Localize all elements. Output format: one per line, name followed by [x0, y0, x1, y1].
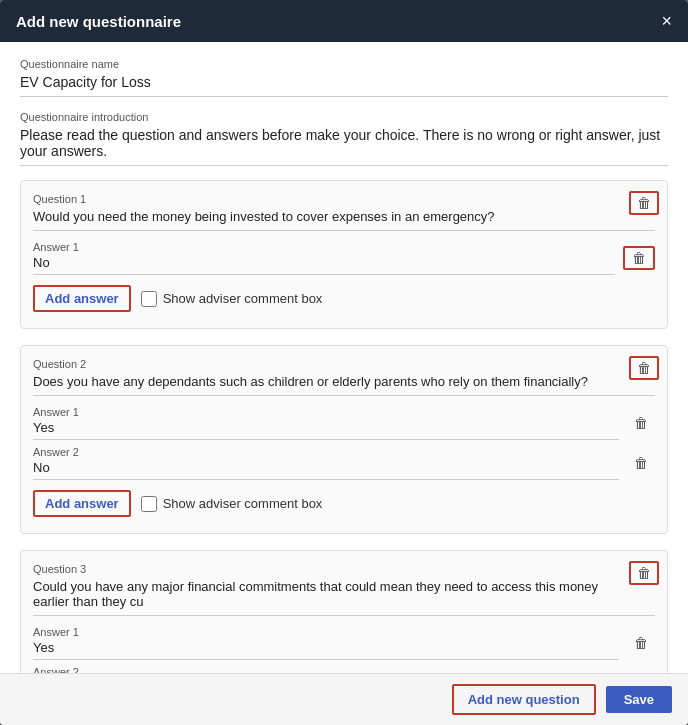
- question-1-actions-row: Add answerShow adviser comment box: [33, 285, 655, 312]
- question-1-show-comment-checkbox[interactable]: [141, 291, 157, 307]
- question-2-answer-2-label: Answer 2: [33, 446, 619, 458]
- question-2-add-answer-button[interactable]: Add answer: [33, 490, 131, 517]
- question-2-answer-1-delete-button[interactable]: 🗑: [627, 413, 655, 433]
- question-2-text: Does you have any dependants such as chi…: [33, 374, 655, 396]
- question-block-1: 🗑Question 1Would you need the money bein…: [20, 180, 668, 329]
- question-2-answer-1-label: Answer 1: [33, 406, 619, 418]
- question-2-show-comment-text: Show adviser comment box: [163, 496, 323, 511]
- question-2-label: Question 2: [33, 358, 655, 370]
- question-1-show-comment-label[interactable]: Show adviser comment box: [141, 291, 323, 307]
- question-2-show-comment-label[interactable]: Show adviser comment box: [141, 496, 323, 512]
- question-1-add-answer-button[interactable]: Add answer: [33, 285, 131, 312]
- question-3-answer-1-label: Answer 1: [33, 626, 619, 638]
- question-3-text: Could you have any major financial commi…: [33, 579, 655, 616]
- question-3-answer-row-1: Answer 1Yes🗑: [33, 626, 655, 660]
- modal-close-button[interactable]: ×: [661, 12, 672, 30]
- questionnaire-name-field: Questionnaire name EV Capacity for Loss: [20, 58, 668, 97]
- question-1-delete-button[interactable]: 🗑: [629, 191, 659, 215]
- questionnaire-name-label: Questionnaire name: [20, 58, 668, 70]
- question-3-delete-button[interactable]: 🗑: [629, 561, 659, 585]
- question-2-actions-row: Add answerShow adviser comment box: [33, 490, 655, 517]
- modal-title: Add new questionnaire: [16, 13, 181, 30]
- question-block-2: 🗑Question 2Does you have any dependants …: [20, 345, 668, 534]
- questions-container: 🗑Question 1Would you need the money bein…: [20, 180, 668, 673]
- questionnaire-intro-field: Questionnaire introduction Please read t…: [20, 111, 668, 166]
- question-1-label: Question 1: [33, 193, 655, 205]
- modal-body: Questionnaire name EV Capacity for Loss …: [0, 42, 688, 673]
- question-2-answer-2-delete-button[interactable]: 🗑: [627, 453, 655, 473]
- modal: Add new questionnaire × Questionnaire na…: [0, 0, 688, 725]
- question-1-answer-1-text: No: [33, 255, 615, 275]
- question-2-answer-1-text: Yes: [33, 420, 619, 440]
- question-3-answer-row-2: Answer 2No🗑: [33, 666, 655, 673]
- question-2-show-comment-checkbox[interactable]: [141, 496, 157, 512]
- question-1-answer-1-delete-button[interactable]: 🗑: [623, 246, 655, 270]
- add-new-question-button[interactable]: Add new question: [452, 684, 596, 715]
- modal-header: Add new questionnaire ×: [0, 0, 688, 42]
- question-2-answer-2-text: No: [33, 460, 619, 480]
- question-2-answer-row-1: Answer 1Yes🗑: [33, 406, 655, 440]
- question-1-show-comment-text: Show adviser comment box: [163, 291, 323, 306]
- save-button[interactable]: Save: [606, 686, 672, 713]
- question-3-label: Question 3: [33, 563, 655, 575]
- question-1-answer-1-label: Answer 1: [33, 241, 615, 253]
- question-2-answer-row-2: Answer 2No🗑: [33, 446, 655, 480]
- question-1-answer-row-1: Answer 1No🗑: [33, 241, 655, 275]
- question-3-answer-1-text: Yes: [33, 640, 619, 660]
- question-2-delete-button[interactable]: 🗑: [629, 356, 659, 380]
- questionnaire-name-value: EV Capacity for Loss: [20, 74, 668, 97]
- questionnaire-intro-value: Please read the question and answers bef…: [20, 127, 668, 166]
- modal-footer: Add new question Save: [0, 673, 688, 725]
- question-3-answer-1-delete-button[interactable]: 🗑: [627, 633, 655, 653]
- question-1-text: Would you need the money being invested …: [33, 209, 655, 231]
- questionnaire-intro-label: Questionnaire introduction: [20, 111, 668, 123]
- question-3-answer-2-label: Answer 2: [33, 666, 619, 673]
- question-block-3: 🗑Question 3Could you have any major fina…: [20, 550, 668, 673]
